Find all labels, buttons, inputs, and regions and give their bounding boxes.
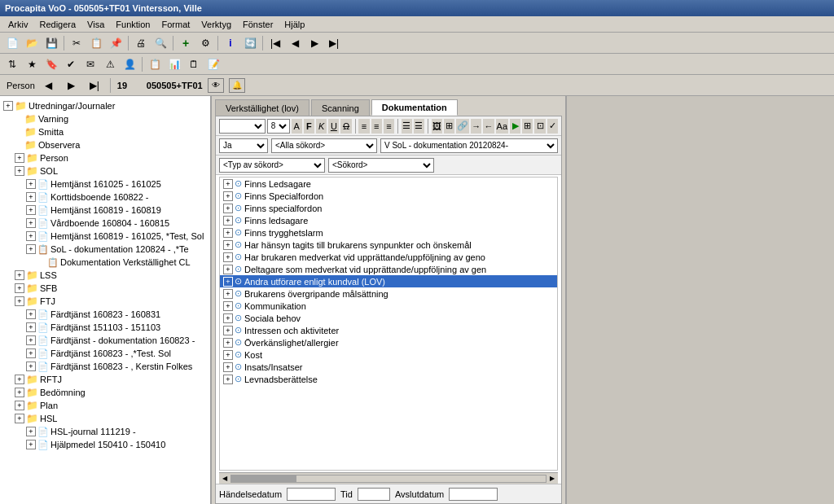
bold-btn[interactable]: F (304, 119, 314, 134)
align-left-btn[interactable]: ≡ (358, 119, 369, 134)
content-item-12[interactable]: +⊙Sociala behov (220, 312, 557, 324)
spell-btn[interactable]: Aa (496, 119, 508, 134)
link-btn[interactable]: 🔗 (456, 119, 469, 134)
content-item-16[interactable]: +⊙Insats/Insatser (220, 361, 557, 373)
settings-btn[interactable]: ⚙ (196, 34, 214, 52)
filter-select-2[interactable]: <Alla sökord> (271, 138, 377, 153)
mail-btn[interactable]: ✉ (81, 55, 99, 73)
tb8[interactable]: 📊 (165, 55, 183, 73)
check-btn[interactable]: ✔ (62, 55, 80, 73)
tree-node-hsl[interactable]: +📁HSL (0, 412, 210, 425)
tree-expand-rftj[interactable]: + (15, 375, 24, 384)
tree-expand-hemtjanst2[interactable]: + (26, 205, 36, 215)
tree-expand-root[interactable]: + (3, 101, 13, 111)
expand-icon-15[interactable]: + (223, 350, 233, 360)
tree-node-plan[interactable]: +📁Plan (0, 399, 210, 412)
nav-last[interactable]: ▶| (325, 34, 343, 52)
tree-expand-fardtjansttest[interactable]: + (26, 348, 36, 358)
content-item-8[interactable]: +⊙Deltagare som medverkat vid upprättand… (220, 263, 557, 275)
tree-node-bedomning[interactable]: +📁Bedömning (0, 386, 210, 399)
tree-node-fardtjansttest[interactable]: +📄Färdtjänst 160823 - ,*Test. Sol (0, 347, 210, 360)
content-item-6[interactable]: +⊙Har hänsyn tagits till brukarens synpu… (220, 239, 557, 251)
bookmark-btn[interactable]: 🔖 (42, 55, 60, 73)
underline-btn[interactable]: U (328, 119, 339, 134)
tree-expand-ftj[interactable]: + (15, 296, 24, 306)
new-btn[interactable]: 📄 (3, 34, 21, 52)
search-keyword-select[interactable]: <Sökord> (328, 158, 434, 173)
content-item-13[interactable]: +⊙Intressen och aktiviteter (220, 324, 557, 336)
tree-node-smitta[interactable]: 📁Smitta (0, 125, 210, 138)
tree-expand-korttidsboende[interactable]: + (26, 192, 36, 202)
content-item-1[interactable]: +⊙Finns Ledsagare (220, 177, 557, 190)
expand-icon-11[interactable]: + (223, 301, 233, 311)
font-select[interactable] (219, 119, 266, 134)
content-item-11[interactable]: +⊙Kommunikation (220, 300, 557, 312)
filter-select-1[interactable]: Ja (219, 138, 268, 153)
play-btn[interactable]: ▶ (510, 119, 520, 134)
tb9[interactable]: 🗒 (185, 55, 203, 73)
tree-node-dokverkst[interactable]: 📋Dokumentation Verkställighet CL (0, 256, 210, 269)
expand-icon-9[interactable]: + (223, 277, 233, 287)
tree-expand-soldok[interactable]: + (26, 244, 36, 254)
menu-item-arkiv[interactable]: Arkiv (3, 19, 33, 30)
tree-expand-hsl[interactable]: + (15, 414, 24, 423)
tree-expand-sol[interactable]: + (15, 166, 24, 176)
menu-item-redigera[interactable]: Redigera (34, 19, 81, 30)
expand-icon-8[interactable]: + (223, 265, 233, 274)
flag-btn[interactable]: ★ (23, 55, 41, 73)
end-input[interactable] (449, 488, 498, 501)
tb10[interactable]: 📝 (204, 55, 222, 73)
filter-select-3[interactable]: V SoL - dokumentation 20120824- (380, 138, 558, 153)
tree-expand-plan[interactable]: + (15, 401, 24, 410)
img-btn[interactable]: 🖼 (432, 119, 442, 134)
menu-item-fönster[interactable]: Fönster (238, 19, 278, 30)
content-item-4[interactable]: +⊙Finns ledsagare (220, 214, 557, 226)
tb7[interactable]: 📋 (146, 55, 164, 73)
alert-btn[interactable]: ⚠ (101, 55, 119, 73)
tree-node-rftj[interactable]: +📁RFTJ (0, 373, 210, 386)
tree-node-korttidsboende[interactable]: +📄Korttidsboende 160822 - (0, 191, 210, 204)
open-btn[interactable]: 📂 (23, 34, 41, 52)
align-center-btn[interactable]: ≡ (371, 119, 382, 134)
menu-item-verktyg[interactable]: Verktyg (196, 19, 236, 30)
tree-node-soldok[interactable]: +📋SoL - dokumentation 120824 - ,*Te (0, 243, 210, 256)
h-scroll-track[interactable] (230, 475, 546, 483)
tree-expand-fardtjanstdok[interactable]: + (26, 335, 36, 345)
nav-person-next[interactable]: ▶ (63, 77, 81, 94)
font-style-btn[interactable]: A (292, 119, 302, 134)
add-btn[interactable]: + (177, 34, 195, 52)
expand-icon-13[interactable]: + (223, 326, 233, 335)
list-btn[interactable]: ☰ (402, 119, 412, 134)
tree-expand-bedomning[interactable]: + (15, 388, 24, 397)
tree-node-hjalpmedel[interactable]: +📄Hjälpmedel 150410 - 150410 (0, 438, 210, 451)
tree-node-lss[interactable]: +📁LSS (0, 269, 210, 282)
expand-icon-14[interactable]: + (223, 338, 233, 348)
nav-prev[interactable]: ◀ (286, 34, 304, 52)
expand-icon-5[interactable]: + (223, 228, 233, 238)
search-btn[interactable]: 🔍 (151, 34, 169, 52)
tree-node-person[interactable]: +📁Person (0, 151, 210, 164)
tree-expand-fardtjanst1[interactable]: + (26, 309, 36, 319)
nav-first[interactable]: |◀ (266, 34, 284, 52)
search-type-select[interactable]: <Typ av sökord> (219, 158, 325, 173)
tree-node-varning[interactable]: 📁Varning (0, 112, 210, 125)
more-btn3[interactable]: ✓ (547, 119, 558, 134)
scroll-right-btn[interactable]: ▶ (546, 474, 558, 484)
expand-icon-6[interactable]: + (223, 240, 233, 250)
nav-person-prev[interactable]: ◀ (40, 77, 58, 94)
more-btn2[interactable]: ⊡ (534, 119, 545, 134)
tree-expand-sfb[interactable]: + (15, 283, 24, 293)
expand-icon-1[interactable]: + (223, 179, 233, 189)
tree-node-fardtjanst1[interactable]: +📄Färdtjänst 160823 - 160831 (0, 308, 210, 321)
tree-expand-person[interactable]: + (15, 153, 24, 163)
expand-icon-16[interactable]: + (223, 362, 233, 372)
nav-person-end[interactable]: ▶| (86, 77, 103, 94)
expand-icon-10[interactable]: + (223, 289, 233, 299)
tab-dokumentation[interactable]: Dokumentation (371, 99, 458, 116)
content-item-15[interactable]: +⊙Kost (220, 348, 557, 361)
tree-node-root[interactable]: +📁Utredningar/Journaler (0, 99, 210, 112)
tree-node-fardtjanst2[interactable]: +📄Färdtjänst 151103 - 151103 (0, 321, 210, 334)
print-btn[interactable]: 🖨 (132, 34, 150, 52)
content-item-10[interactable]: +⊙Brukarens övergripande målsättning (220, 287, 557, 300)
cut-btn[interactable]: ✂ (68, 34, 86, 52)
